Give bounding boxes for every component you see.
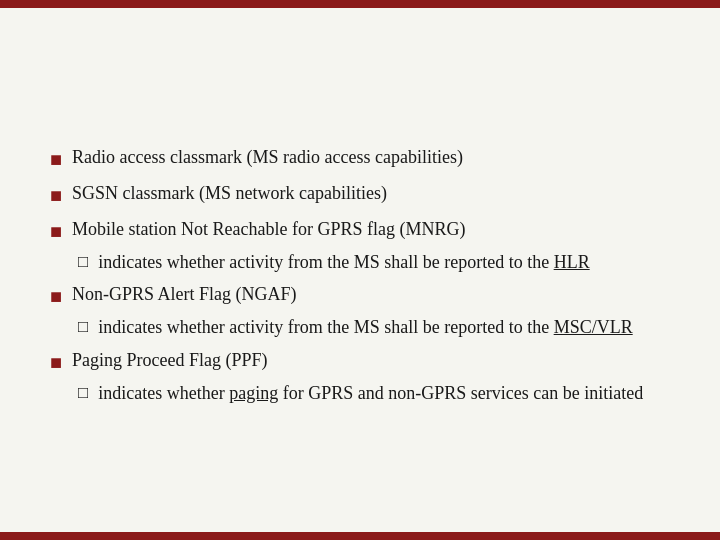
bullet-icon: ■: [50, 181, 62, 210]
mscvlr-link: MSC/VLR: [554, 317, 633, 337]
sub-item: □ indicates whether activity from the MS…: [78, 314, 670, 340]
sub-item-text: indicates whether activity from the MS s…: [98, 249, 670, 275]
top-bar: [0, 0, 720, 8]
sub-bullet-icon: □: [78, 250, 88, 275]
item-text: Paging Proceed Flag (PPF): [72, 347, 670, 373]
sub-item-text: indicates whether activity from the MS s…: [98, 314, 670, 340]
list-item: ■ SGSN classmark (MS network capabilitie…: [50, 180, 670, 210]
sub-item-text: indicates whether paging for GPRS and no…: [98, 380, 670, 406]
bullet-icon: ■: [50, 217, 62, 246]
bottom-bar: [0, 532, 720, 540]
list-item: ■ Non-GPRS Alert Flag (NGAF) □ indicates…: [50, 281, 670, 340]
list-item: ■ Radio access classmark (MS radio acces…: [50, 144, 670, 174]
slide: ■ Radio access classmark (MS radio acces…: [0, 0, 720, 540]
sub-bullet-icon: □: [78, 381, 88, 406]
item-text: Non-GPRS Alert Flag (NGAF): [72, 281, 670, 307]
sub-item: □ indicates whether activity from the MS…: [78, 249, 670, 275]
sub-bullet-icon: □: [78, 315, 88, 340]
item-text: Mobile station Not Reachable for GPRS fl…: [72, 216, 670, 242]
sub-item: □ indicates whether paging for GPRS and …: [78, 380, 670, 406]
item-text: SGSN classmark (MS network capabilities): [72, 180, 670, 206]
paging-link: paging: [229, 383, 278, 403]
main-bullet-list: ■ Radio access classmark (MS radio acces…: [50, 144, 670, 405]
bullet-icon: ■: [50, 145, 62, 174]
item-text: Radio access classmark (MS radio access …: [72, 144, 670, 170]
bullet-icon: ■: [50, 348, 62, 377]
content-area: ■ Radio access classmark (MS radio acces…: [0, 8, 720, 532]
list-item: ■ Paging Proceed Flag (PPF) □ indicates …: [50, 347, 670, 406]
list-item: ■ Mobile station Not Reachable for GPRS …: [50, 216, 670, 275]
bullet-icon: ■: [50, 282, 62, 311]
hlr-link: HLR: [554, 252, 590, 272]
